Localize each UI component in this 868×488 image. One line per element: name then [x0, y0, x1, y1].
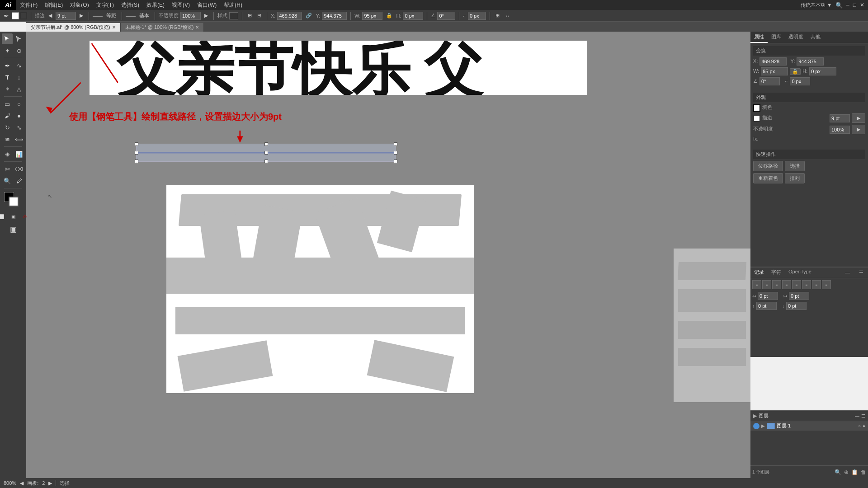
tool-gradient-icon[interactable]: ▣ — [8, 211, 19, 222]
path-handle-tr[interactable] — [394, 142, 397, 146]
props-tab-transparency[interactable]: 透明度 — [785, 32, 807, 43]
offset-path-btn[interactable]: 位移路径 — [753, 161, 783, 171]
layers-collapse-icon[interactable]: ▶ — [753, 413, 757, 419]
x-input[interactable] — [277, 12, 302, 20]
align-force-btn[interactable]: ≡ — [822, 280, 831, 289]
stroke-color-swatch[interactable] — [9, 197, 19, 206]
space-before-input[interactable] — [756, 302, 777, 310]
layer-expand-icon[interactable]: ▶ — [761, 423, 765, 428]
search-icon[interactable]: 🔍 — [835, 2, 843, 9]
tool-eyedrop[interactable]: 🖊 — [14, 175, 24, 186]
doc-tab-2[interactable]: 未标题-1* @ 100% (RGB/预览) ✕ — [121, 23, 204, 32]
tool-select[interactable] — [2, 33, 13, 44]
layer-new-icon[interactable]: 📋 — [851, 469, 858, 475]
align-lastright-btn[interactable]: ≡ — [812, 280, 821, 289]
path-handle-center[interactable] — [264, 151, 268, 155]
align-to-btn[interactable]: ⊞ — [494, 12, 501, 19]
stroke-appearance-input[interactable] — [830, 114, 850, 122]
toolbar-stroke-swatch[interactable] — [20, 12, 27, 19]
lock-wh-btn[interactable]: 🔒 — [790, 68, 801, 75]
tool-lasso[interactable]: ⊙ — [14, 45, 24, 56]
arrange-btn[interactable]: 排列 — [785, 173, 805, 183]
path-handle-br[interactable] — [394, 160, 397, 163]
transform-btn[interactable]: ↔ — [503, 13, 512, 19]
indent-left-input[interactable] — [758, 292, 778, 300]
tool-symbol[interactable]: ⊕ — [2, 149, 13, 160]
angle-input-r[interactable] — [760, 77, 780, 85]
menu-window[interactable]: 窗口(W) — [193, 0, 220, 10]
panel-minimize[interactable]: — — [841, 268, 854, 277]
stroke-right-arrow[interactable]: ▶ — [78, 12, 85, 19]
profile-dropdown[interactable]: 基本 — [137, 12, 151, 19]
menu-view[interactable]: 视图(V) — [168, 0, 193, 10]
tool-curvature[interactable]: ∿ — [14, 60, 24, 71]
menu-effect[interactable]: 效果(E) — [143, 0, 168, 10]
tool-magic-wand[interactable]: ✦ — [2, 45, 13, 56]
workspace-dropdown[interactable]: 传统基本功 ▼ — [801, 2, 832, 9]
stroke-arrow[interactable]: ▶ — [852, 113, 865, 123]
menu-select[interactable]: 选择(S) — [118, 0, 143, 10]
x-coord-input[interactable] — [760, 57, 787, 66]
tool-zoom[interactable]: 🔍 — [2, 175, 13, 186]
path-handle-right[interactable] — [394, 151, 397, 155]
tool-scale[interactable]: ⤡ — [14, 122, 24, 133]
stroke-value-input[interactable] — [56, 12, 76, 20]
align-right-btn[interactable]: ≡ — [772, 280, 781, 289]
menu-edit[interactable]: 编辑(E) — [41, 0, 66, 10]
tool-width[interactable]: ⟺ — [14, 134, 24, 145]
tool-rotate[interactable]: ↻ — [2, 122, 13, 133]
tool-artboard[interactable]: ▣ — [4, 223, 22, 235]
menu-file[interactable]: 文件(F) — [16, 0, 41, 10]
tool-paintbrush[interactable]: 🖌 — [2, 110, 13, 121]
tool-warp[interactable]: ≋ — [2, 134, 13, 145]
path-handle-tc[interactable] — [264, 142, 268, 146]
layers-panel-menu[interactable]: ☰ — [861, 413, 865, 418]
fill-check-icon[interactable] — [753, 104, 760, 112]
selected-path-rect[interactable] — [136, 144, 396, 162]
menu-type[interactable]: 文字(T) — [93, 0, 118, 10]
w-coord-input[interactable] — [761, 67, 788, 75]
tool-ellipse[interactable]: ○ — [14, 99, 24, 109]
opacity-appearance-arrow[interactable]: ▶ — [852, 125, 865, 134]
align-left-btn[interactable]: ≡ — [752, 280, 761, 289]
tool-pen[interactable]: ✒ — [2, 60, 13, 71]
toolbar-fill-swatch[interactable] — [12, 12, 19, 19]
y-coord-input[interactable] — [797, 57, 824, 66]
recolor-btn[interactable]: 重新着色 — [753, 173, 783, 183]
align-lastcenter-btn[interactable]: ≡ — [802, 280, 811, 289]
props-tab-other[interactable]: 其他 — [807, 32, 824, 43]
tool-graph[interactable]: 📊 — [14, 149, 24, 160]
props-tab-library[interactable]: 图库 — [768, 32, 785, 43]
page-number[interactable]: 2 — [42, 480, 45, 486]
char-tab-char[interactable]: 字符 — [768, 267, 785, 278]
tool-slice[interactable]: ✄ — [2, 164, 13, 174]
align-justify-btn[interactable]: ≡ — [782, 280, 791, 289]
stroke-left-arrow[interactable]: ◀ — [47, 12, 54, 19]
tool-rect[interactable]: ▭ — [2, 99, 13, 109]
tool-shaper[interactable]: △ — [14, 84, 24, 94]
status-nav-right[interactable]: ▶ — [48, 480, 52, 486]
toolbar-pen-icon[interactable]: ✒ — [2, 12, 11, 20]
toolbar-align-icon[interactable]: ⊞ — [246, 12, 254, 19]
corner-input[interactable] — [468, 12, 486, 20]
align-center-btn[interactable]: ≡ — [762, 280, 771, 289]
layer-visibility-toggle[interactable] — [753, 423, 760, 429]
panel-menu[interactable]: ☰ — [855, 268, 867, 277]
layers-panel-minimize[interactable]: — — [855, 413, 859, 418]
tool-none-stroke[interactable]: ⊘ — [19, 211, 30, 222]
path-handle-tl[interactable] — [135, 142, 138, 146]
tool-type[interactable]: T — [2, 72, 13, 83]
y-input[interactable] — [322, 12, 347, 20]
shear-input[interactable] — [790, 77, 810, 85]
canvas-area[interactable]: 父 亲 节 快 乐 父 使用【钢笔工具】绘制直线路径，设置描边大小为9pt — [26, 32, 750, 478]
menu-help[interactable]: 帮助(H) — [220, 0, 246, 10]
space-after-input[interactable] — [786, 302, 807, 310]
doc-tab-1-close[interactable]: ✕ — [112, 25, 116, 30]
window-maximize[interactable]: □ — [853, 2, 856, 8]
tool-type-vertical[interactable]: ↕ — [14, 72, 24, 83]
dash-dropdown[interactable]: 等距 — [104, 12, 118, 19]
opacity-input[interactable] — [180, 12, 201, 20]
window-close[interactable]: ✕ — [860, 2, 864, 8]
h-input[interactable] — [403, 12, 423, 20]
tool-direct-select[interactable] — [14, 33, 24, 44]
